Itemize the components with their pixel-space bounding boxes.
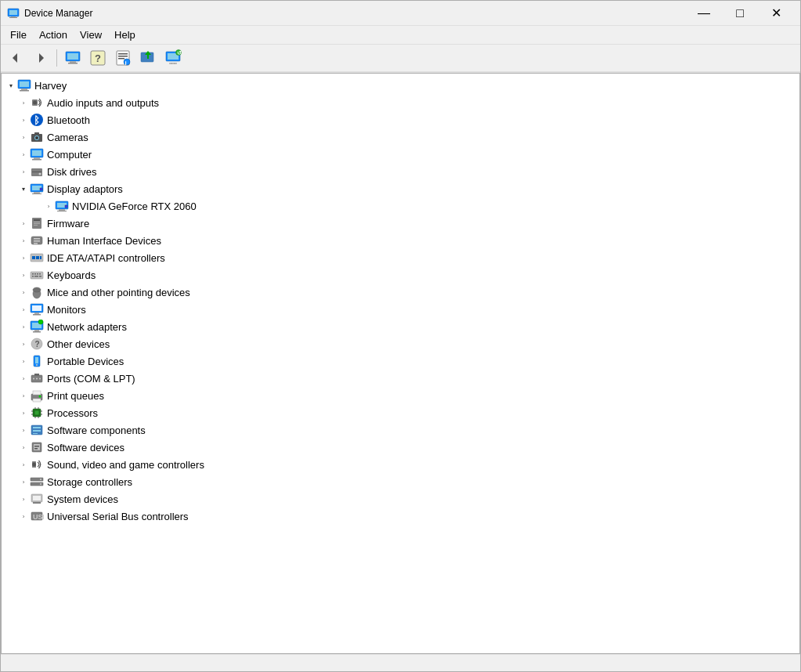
maximize-button[interactable]: □ [722,1,758,26]
portable-expand-arrow[interactable]: › [17,355,30,367]
display-expand-arrow[interactable]: ▾ [17,182,30,195]
processor-expand-arrow[interactable]: › [17,406,30,419]
audio-expand-arrow[interactable]: › [17,96,30,109]
svg-rect-55 [34,219,40,221]
minimize-button[interactable]: — [686,1,722,26]
tree-item-monitors[interactable]: › Monitors [2,301,799,318]
portable-label: Portable Devices [47,356,124,367]
tree-item-mice[interactable]: › Mice and other pointing devices [2,284,799,301]
menu-file[interactable]: File [4,27,33,42]
disk-expand-arrow[interactable]: › [17,165,30,178]
svg-rect-20 [147,55,149,59]
tree-item-display-adaptors[interactable]: ▾ Display adaptors [2,180,799,197]
svg-text:↺: ↺ [177,50,182,56]
svg-marker-4 [13,53,17,63]
tree-item-nvidia[interactable]: › NVIDIA GeForce RTX 2060 [2,197,799,215]
softdev-expand-arrow[interactable]: › [17,441,30,453]
window-title: Device Manager [24,8,92,19]
ide-label: IDE ATA/ATAPI controllers [47,252,165,264]
menu-action[interactable]: Action [33,27,74,42]
svg-point-43 [39,173,41,175]
tree-item-ide[interactable]: › IDE ATA/ATAPI controllers [2,249,799,266]
tree-root[interactable]: ▾ Harvey [2,77,799,94]
tree-item-software-components[interactable]: › Software components [2,421,799,439]
title-bar-controls: — □ ✕ [686,1,794,26]
tree-item-portable[interactable]: › Portable Devices [2,352,799,370]
svg-rect-66 [40,256,41,259]
device-manager-view-button[interactable] [61,47,85,69]
tree-item-usb[interactable]: › USB Universal Serial Bus controllers [2,508,799,525]
storage-expand-arrow[interactable]: › [17,475,30,488]
tree-item-bluetooth[interactable]: › ᛒ Bluetooth [2,111,799,128]
tree-item-ports[interactable]: › Ports (COM & LPT) [2,370,799,387]
menu-help[interactable]: Help [108,27,142,42]
help-button[interactable]: ? [86,47,110,69]
sound-icon [30,457,44,471]
svg-rect-96 [34,374,39,376]
tree-item-network[interactable]: › Network adapters [2,318,799,335]
hid-expand-arrow[interactable]: › [17,234,30,247]
tree-item-computer[interactable]: › Computer [2,146,799,163]
ports-icon [30,371,44,385]
sound-expand-arrow[interactable]: › [17,458,30,471]
softcomp-expand-arrow[interactable]: › [17,424,30,436]
main-content: ▾ Harvey › [1,73,800,654]
back-button[interactable] [4,47,27,69]
tree-item-hid[interactable]: › Human Interface Devices [2,232,799,249]
svg-rect-9 [68,63,78,64]
root-expand-arrow[interactable]: ▾ [5,79,17,92]
back-icon [8,50,23,66]
menu-bar: File Action View Help [1,26,800,45]
svg-rect-126 [33,496,41,500]
tree-item-print-queues[interactable]: › Print queues [2,387,799,404]
tree-item-firmware[interactable]: › Firmware [2,215,799,232]
keyboards-label: Keyboards [47,269,96,281]
svg-text:i: i [125,60,127,67]
device-tree[interactable]: ▾ Harvey › [2,74,799,653]
root-label: Harvey [34,80,67,92]
computer-expand-arrow[interactable]: › [17,148,30,161]
disk-icon [30,164,44,179]
system-expand-arrow[interactable]: › [17,493,30,505]
ide-expand-arrow[interactable]: › [17,251,30,264]
software-devices-label: Software devices [47,442,124,453]
tree-item-other-devices[interactable]: › ? Other devices [2,335,799,352]
svg-point-100 [39,396,41,398]
svg-rect-13 [118,53,128,55]
tree-item-processors[interactable]: › Processors [2,404,799,421]
close-button[interactable]: ✕ [758,1,794,26]
tree-item-software-devices[interactable]: › Software devices [2,439,799,456]
monitors-expand-arrow[interactable]: › [17,303,30,316]
bluetooth-expand-arrow[interactable]: › [17,114,30,126]
keyboard-expand-arrow[interactable]: › [17,269,30,281]
forward-button[interactable] [29,47,52,69]
tree-item-cameras[interactable]: › Cameras [2,128,799,146]
firmware-expand-arrow[interactable]: › [17,217,30,229]
tree-item-sound[interactable]: › Sound, video and game controllers [2,456,799,473]
svg-rect-52 [57,211,67,211]
svg-rect-61 [34,240,40,242]
computer-icon [30,147,44,161]
nvidia-expand-arrow[interactable]: › [42,200,55,212]
svg-rect-84 [34,330,39,331]
cameras-expand-arrow[interactable]: › [17,131,30,143]
storage-icon [30,475,44,489]
ports-expand-arrow[interactable]: › [17,372,30,385]
properties-button[interactable]: i [111,47,135,69]
scan-hardware-button[interactable]: ↺ [161,47,185,69]
svg-rect-38 [32,150,41,156]
audio-icon [30,96,44,110]
update-driver-button[interactable] [136,47,160,69]
tree-item-keyboards[interactable]: › Keyboards [2,266,799,284]
menu-view[interactable]: View [74,27,108,42]
other-expand-arrow[interactable]: › [17,338,30,350]
tree-item-audio[interactable]: › Audio inputs and outputs [2,94,799,111]
mice-expand-arrow[interactable]: › [17,286,30,298]
print-expand-arrow[interactable]: › [17,389,30,402]
tree-item-system[interactable]: › System devices [2,490,799,508]
usb-expand-arrow[interactable]: › [17,510,30,522]
network-expand-arrow[interactable]: › [17,320,30,333]
svg-rect-99 [33,399,41,402]
tree-item-disk-drives[interactable]: › Disk drives [2,163,799,180]
tree-item-storage[interactable]: › Storage controllers [2,473,799,490]
